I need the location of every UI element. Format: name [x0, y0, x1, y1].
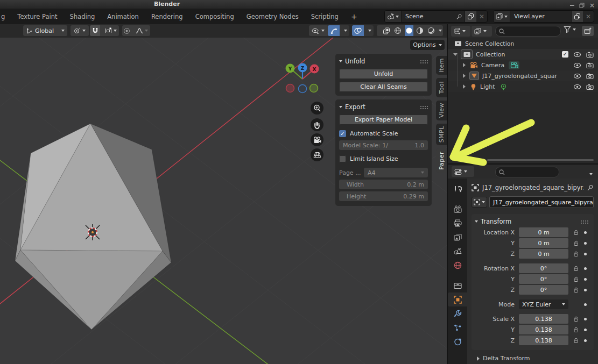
camera-data-badge[interactable]: [509, 61, 519, 69]
sidebar-tab-smpl[interactable]: SMPL: [436, 124, 447, 145]
sidebar-tab-paper[interactable]: Paper: [436, 148, 447, 173]
animate-dot[interactable]: [584, 289, 587, 291]
new-collection-button[interactable]: [582, 26, 594, 36]
object-id-dropdown[interactable]: [472, 197, 487, 208]
show-overlays-toggle[interactable]: [352, 25, 364, 36]
lock-open-icon[interactable]: [571, 287, 581, 293]
drag-handle-icon[interactable]: [580, 220, 588, 224]
limit-island-size-checkbox[interactable]: [339, 155, 346, 162]
tab-world[interactable]: [448, 258, 467, 272]
mesh-object[interactable]: [15, 124, 171, 330]
lock-open-icon[interactable]: [571, 266, 581, 272]
lock-open-icon[interactable]: [571, 251, 581, 257]
viewlayer-name[interactable]: ViewLayer: [510, 13, 571, 20]
workspace-tab-scripting[interactable]: Scripting: [311, 13, 339, 20]
scale-y-field[interactable]: 0.138: [519, 325, 568, 334]
new-viewlayer-button[interactable]: [571, 11, 583, 22]
location-z-field[interactable]: 0 m: [519, 249, 568, 259]
location-x-field[interactable]: 0 m: [519, 227, 568, 237]
perspective-toggle-button[interactable]: [311, 148, 323, 161]
animate-dot[interactable]: [584, 318, 587, 320]
animate-dot[interactable]: [584, 253, 587, 255]
proportional-falloff-dropdown[interactable]: [133, 27, 150, 34]
shading-rendered-button[interactable]: [427, 27, 436, 34]
outliner-row-camera[interactable]: Camera: [448, 60, 598, 70]
tab-render[interactable]: [448, 202, 467, 216]
tab-tool[interactable]: [448, 182, 467, 196]
workspace-tab-animation[interactable]: Animation: [107, 13, 139, 20]
animate-dot[interactable]: [584, 242, 587, 245]
add-workspace-button[interactable]: +: [351, 12, 357, 21]
disclosure-triangle-icon[interactable]: [453, 53, 458, 56]
rotation-x-field[interactable]: 0°: [519, 263, 568, 273]
snap-with-dropdown[interactable]: [102, 27, 119, 34]
workspace-tab-compositing[interactable]: Compositing: [195, 13, 234, 20]
disable-render-icon[interactable]: [586, 84, 594, 90]
hide-eye-icon[interactable]: [573, 62, 581, 68]
tab-particles[interactable]: [448, 320, 467, 334]
tab-collection[interactable]: [448, 279, 467, 292]
viewlayer-browse-button[interactable]: [494, 11, 510, 22]
scale-z-field[interactable]: 0.138: [519, 336, 568, 345]
gizmo-y-negative[interactable]: [310, 84, 318, 92]
gizmo-x-negative[interactable]: [286, 84, 294, 92]
lock-open-icon[interactable]: [571, 240, 581, 246]
disable-render-icon[interactable]: [586, 73, 594, 79]
gizmo-dropdown[interactable]: [342, 30, 349, 32]
restore-button[interactable]: [579, 3, 585, 8]
tab-view-layer[interactable]: [448, 230, 467, 244]
transform-panel-header[interactable]: Transform: [472, 216, 590, 227]
delta-transform-header[interactable]: Delta Transform: [472, 355, 594, 362]
pivot-point-dropdown[interactable]: [71, 25, 89, 36]
viewport-options-button[interactable]: Options: [410, 40, 445, 50]
pin-icon[interactable]: [454, 13, 465, 20]
transform-orientation-dropdown[interactable]: Global: [23, 25, 67, 36]
sidebar-tab-tool[interactable]: Tool: [436, 78, 447, 97]
export-paper-model-button[interactable]: Export Paper Model: [339, 115, 428, 125]
unlink-scene-button[interactable]: ✕: [476, 13, 487, 20]
minimize-button[interactable]: [570, 5, 574, 6]
workspace-tab-shading[interactable]: Shading: [70, 13, 95, 20]
collection-checkbox[interactable]: ✓: [562, 51, 568, 58]
snap-toggle[interactable]: [90, 25, 100, 36]
breadcrumb-label[interactable]: J17_gyroelongated_square_bipyr...: [482, 184, 583, 191]
scene-browse-button[interactable]: [385, 11, 402, 22]
outliner-row-mesh[interactable]: J17_gyroelongated_squar: [448, 70, 598, 81]
unfold-panel-header[interactable]: Unfold: [339, 56, 428, 66]
tab-modifiers[interactable]: [448, 306, 467, 320]
hide-eye-icon[interactable]: [573, 73, 581, 79]
disclosure-triangle-icon[interactable]: [463, 84, 466, 89]
overlays-dropdown[interactable]: [366, 30, 374, 32]
animate-dot[interactable]: [584, 231, 587, 234]
rotation-mode-dropdown[interactable]: XYZ Euler: [519, 299, 568, 309]
outliner-filter-dropdown[interactable]: [564, 26, 576, 33]
disable-render-icon[interactable]: [586, 52, 594, 58]
object-visibility-dropdown[interactable]: [309, 25, 328, 36]
shading-material-button[interactable]: [416, 27, 425, 34]
proportional-edit-toggle[interactable]: [122, 27, 131, 34]
shading-wireframe-button[interactable]: [393, 27, 403, 34]
workspace-tab-rendering[interactable]: Rendering: [151, 13, 183, 20]
remove-viewlayer-button[interactable]: ✕: [583, 13, 594, 20]
properties-editor-type-dropdown[interactable]: [452, 166, 474, 177]
properties-search-input[interactable]: [495, 167, 559, 177]
lock-open-icon[interactable]: [571, 230, 581, 235]
animate-dot[interactable]: [584, 303, 587, 306]
workspace-tab-cropped[interactable]: g: [1, 13, 5, 20]
light-data-badge[interactable]: [499, 83, 508, 91]
close-button[interactable]: ×: [589, 2, 595, 9]
shading-solid-button[interactable]: [405, 25, 414, 36]
animate-dot[interactable]: [584, 339, 587, 342]
clear-all-seams-button[interactable]: Clear All Seams: [339, 82, 428, 92]
lock-open-icon[interactable]: [571, 316, 581, 322]
lock-open-icon[interactable]: [571, 338, 581, 344]
pan-tool-button[interactable]: [311, 118, 323, 131]
scale-x-field[interactable]: 0.138: [519, 314, 568, 324]
shading-dropdown[interactable]: [438, 30, 443, 32]
lock-open-icon[interactable]: [571, 327, 581, 333]
hide-eye-icon[interactable]: [573, 84, 581, 90]
animate-dot[interactable]: [584, 267, 587, 270]
tab-scene[interactable]: [448, 244, 467, 258]
hide-eye-icon[interactable]: [573, 52, 581, 58]
outliner-row-light[interactable]: Light: [448, 81, 598, 92]
